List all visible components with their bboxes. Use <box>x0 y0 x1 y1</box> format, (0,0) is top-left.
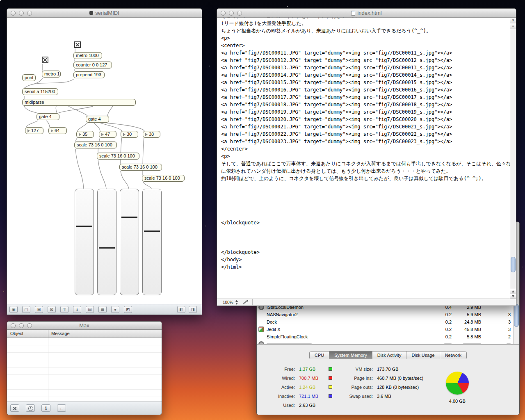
counter-object[interactable]: counter 0 0 127 <box>73 62 112 68</box>
prepend-object[interactable]: prepend 193 <box>73 71 105 78</box>
process-row[interactable]: Jedit X 0.2 45.8 MB 3 <box>257 326 514 333</box>
process-icon <box>258 319 264 325</box>
column-message[interactable]: Message <box>51 331 70 336</box>
minimize-button[interactable] <box>19 323 24 328</box>
vertical-slider[interactable] <box>142 189 162 295</box>
editor-statusbar: 100% <box>217 299 516 306</box>
slider-icon[interactable]: ▤ <box>86 306 94 313</box>
zoom-button[interactable] <box>27 11 32 16</box>
tile-right-icon[interactable]: ◨ <box>189 306 197 313</box>
lock-icon[interactable]: ▣ <box>9 306 18 313</box>
number-value: 35 <box>82 131 87 137</box>
free-label: Free: <box>261 367 295 372</box>
info-icon[interactable]: ℹ <box>41 404 50 412</box>
back-arrow-icon[interactable]: ← <box>57 404 66 412</box>
process-row[interactable]: Dock 0.2 24.8 MB 3 <box>257 318 514 326</box>
clear-icon[interactable] <box>10 404 19 412</box>
slider-thumb[interactable] <box>76 226 92 227</box>
subpatcher-icon[interactable]: ◩ <box>124 306 132 313</box>
scale-object[interactable]: scale 73 16 0 100 <box>142 175 185 182</box>
max-console-window: Max Object Message ℹ ← <box>7 321 162 415</box>
tab-disk-activity[interactable]: Disk Activity <box>372 352 407 359</box>
vertical-slider[interactable] <box>97 189 116 295</box>
object-box-icon[interactable]: ▢ <box>22 306 30 313</box>
minimize-button[interactable] <box>19 11 24 16</box>
vertical-slider[interactable] <box>120 189 139 295</box>
toggle-object[interactable] <box>42 57 48 63</box>
zoom-level[interactable]: 100% <box>223 300 233 305</box>
midiparse-object[interactable]: midiparse <box>22 99 136 106</box>
scale-object[interactable]: scale 73 16 0 100 <box>74 142 117 148</box>
scroll-up-icon[interactable] <box>510 289 516 294</box>
zoom-button[interactable] <box>27 323 32 328</box>
patcher-doc-icon <box>89 11 93 15</box>
scrollbar-thumb[interactable] <box>514 304 519 327</box>
toggle-icon[interactable]: ⊠ <box>48 306 56 313</box>
starfield <box>0 0 1 1</box>
tab-cpu[interactable]: CPU <box>310 352 329 359</box>
swap-used-label: Swap used: <box>331 394 373 399</box>
process-row[interactable]: SimpleFloatingClock 0.2 5.8 MB 2 <box>257 333 514 340</box>
close-button[interactable] <box>221 11 226 16</box>
number-box[interactable]: 64 <box>48 127 67 134</box>
number-box[interactable]: 35 <box>76 131 94 138</box>
number-box[interactable]: 47 <box>99 131 116 138</box>
free-value: 1.37 GB <box>299 367 315 372</box>
used-label: Used: <box>261 403 295 408</box>
print-object[interactable]: print <box>22 74 36 81</box>
split-view-icon[interactable]: ≡ <box>510 23 516 29</box>
scale-object[interactable]: scale 73 16 0 100 <box>119 164 162 171</box>
gate-object[interactable]: gate 4 <box>37 113 59 120</box>
dial-icon[interactable]: ● <box>111 306 119 313</box>
slider-thumb[interactable] <box>121 217 137 218</box>
scale-object[interactable]: scale 73 16 0 100 <box>97 153 139 160</box>
minimize-button[interactable] <box>229 11 234 16</box>
window-controls <box>11 323 32 328</box>
tile-left-icon[interactable]: ◧ <box>177 306 185 313</box>
editor-scrollbar[interactable]: ▼ ≡ <box>510 18 516 299</box>
zoom-stepper[interactable] <box>235 300 239 305</box>
scrollbar-thumb[interactable] <box>511 257 516 272</box>
info-icon[interactable]: ℹ <box>73 306 81 313</box>
panel-icon[interactable]: ◫ <box>60 306 68 313</box>
process-threads: 3 <box>481 312 511 317</box>
process-row[interactable]: NASNavigator2 0.2 5.9 MB 3 <box>257 311 514 318</box>
patcher-titlebar[interactable]: serialMIDI <box>7 9 202 18</box>
number-triangle-icon <box>51 129 53 132</box>
number-box[interactable]: 127 <box>25 127 43 134</box>
source-code[interactable]: そこで、ミニDIN 8ピンのコネクタと、コネクタ付きケーブル (リード線付き)を… <box>217 18 510 271</box>
close-button[interactable] <box>11 323 16 328</box>
zoom-button[interactable] <box>237 11 242 16</box>
message-box-icon[interactable]: ⊞ <box>35 306 43 313</box>
console-header: Object Message <box>7 330 162 338</box>
matrix-icon[interactable]: ▦ <box>98 306 107 313</box>
process-row-clipped[interactable] <box>257 340 514 344</box>
serial-object[interactable]: serial a 115200 <box>22 88 58 95</box>
tab-disk-usage[interactable]: Disk Usage <box>406 352 440 359</box>
console-titlebar[interactable]: Max <box>7 322 162 330</box>
slider-thumb[interactable] <box>144 231 160 232</box>
column-divider[interactable] <box>48 330 48 338</box>
clock-icon[interactable] <box>26 404 35 412</box>
editor-titlebar[interactable]: index.html <box>217 9 516 18</box>
number-box[interactable]: 30 <box>121 131 138 138</box>
scroll-down-icon[interactable] <box>510 294 516 299</box>
vertical-slider[interactable] <box>75 189 94 295</box>
toggle-object[interactable] <box>74 41 81 48</box>
metro-object[interactable]: metro 1 <box>42 71 61 78</box>
editor-text-area[interactable]: そこで、ミニDIN 8ピンのコネクタと、コネクタ付きケーブル (リード線付き)を… <box>217 18 510 299</box>
tab-network[interactable]: Network <box>440 352 466 359</box>
metro-object[interactable]: metro 1000 <box>73 52 102 59</box>
slider-thumb[interactable] <box>99 247 115 249</box>
number-box[interactable]: 38 <box>143 131 160 138</box>
wired-value: 700.7 MB <box>299 376 318 381</box>
patcher-title-text: serialMIDI <box>95 10 119 16</box>
edit-mode-pencil-icon[interactable] <box>242 300 247 304</box>
column-object[interactable]: Object <box>10 331 23 336</box>
tab-system-memory[interactable]: System Memory <box>329 352 372 359</box>
console-body[interactable] <box>7 338 162 402</box>
gate-object[interactable]: gate 4 <box>86 116 109 123</box>
close-button[interactable] <box>11 11 16 16</box>
scrollbar-menu-icon[interactable]: ▼ <box>510 18 516 23</box>
patcher-canvas[interactable]: metro 1000 counter 0 0 127 prepend 193 m… <box>7 18 202 304</box>
